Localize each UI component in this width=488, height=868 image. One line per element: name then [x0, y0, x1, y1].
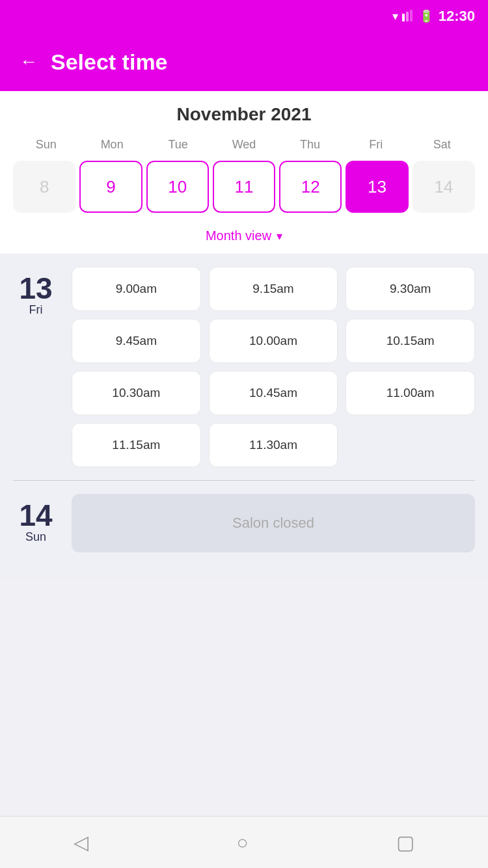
day-cell-11[interactable]: 11 [213, 161, 275, 213]
day-cell-13[interactable]: 13 [346, 161, 408, 213]
day-header-sun: Sun [13, 135, 79, 154]
svg-rect-1 [406, 12, 409, 21]
day-cell-14[interactable]: 14 [413, 161, 475, 213]
time-slot-1045am[interactable]: 10.45am [209, 371, 338, 415]
day-name-13: Fri [29, 303, 43, 317]
day-name-14: Sun [25, 530, 46, 544]
time-slot-1100am[interactable]: 11.00am [346, 371, 475, 415]
signal-icon [402, 8, 415, 25]
day-cells: 8 9 10 11 12 13 14 [13, 161, 475, 213]
month-title: November 2021 [13, 104, 475, 125]
salon-closed-label: Salon closed [232, 515, 314, 532]
day-label-14: 14 Sun [13, 494, 59, 552]
status-time: 12:30 [439, 8, 475, 25]
day-number-13: 13 [19, 273, 52, 303]
day-block-13: 13 Fri 9.00am 9.15am 9.30am 9.45am 10.00… [13, 267, 475, 467]
bottom-nav: ◁ ○ ▢ [0, 816, 488, 868]
nav-back-button[interactable]: ◁ [74, 831, 88, 854]
svg-rect-0 [402, 14, 405, 21]
back-button[interactable]: ← [20, 51, 38, 72]
chevron-down-icon: ▾ [277, 229, 282, 243]
month-view-label: Month view [206, 228, 271, 243]
nav-home-button[interactable]: ○ [236, 832, 248, 854]
wifi-icon: ▾ [392, 9, 398, 23]
day-block-14: 14 Sun Salon closed [13, 494, 475, 552]
day-cell-8[interactable]: 8 [13, 161, 75, 213]
schedule-section: 13 Fri 9.00am 9.15am 9.30am 9.45am 10.00… [0, 254, 488, 578]
time-slot-1115am[interactable]: 11.15am [72, 423, 201, 467]
time-slot-900am[interactable]: 9.00am [72, 267, 201, 311]
time-slot-1130am[interactable]: 11.30am [209, 423, 338, 467]
battery-icon: 🔋 [419, 9, 433, 23]
page-title: Select time [51, 49, 168, 75]
divider [13, 480, 475, 481]
status-bar: ▾ 🔋 12:30 [0, 0, 488, 33]
day-header-fri: Fri [343, 135, 409, 154]
time-slot-1015am[interactable]: 10.15am [346, 319, 475, 363]
status-icons: ▾ 🔋 [392, 8, 433, 25]
salon-closed-box: Salon closed [72, 494, 475, 552]
time-slots-13: 9.00am 9.15am 9.30am 9.45am 10.00am 10.1… [72, 267, 475, 467]
calendar-section: November 2021 Sun Mon Tue Wed Thu Fri Sa… [0, 91, 488, 254]
svg-rect-2 [410, 10, 413, 21]
time-slot-930am[interactable]: 9.30am [346, 267, 475, 311]
day-cell-10[interactable]: 10 [146, 161, 209, 213]
time-slot-1000am[interactable]: 10.00am [209, 319, 338, 363]
app-header: ← Select time [0, 33, 488, 91]
nav-recent-button[interactable]: ▢ [396, 831, 414, 854]
day-header-tue: Tue [145, 135, 211, 154]
day-label-13: 13 Fri [13, 267, 59, 467]
day-header-sat: Sat [409, 135, 475, 154]
day-header-mon: Mon [79, 135, 144, 154]
day-header-wed: Wed [211, 135, 277, 154]
time-slot-945am[interactable]: 9.45am [72, 319, 201, 363]
day-header-thu: Thu [277, 135, 343, 154]
time-slot-915am[interactable]: 9.15am [209, 267, 338, 311]
time-slot-1030am[interactable]: 10.30am [72, 371, 201, 415]
day-cell-12[interactable]: 12 [279, 161, 342, 213]
month-view-toggle[interactable]: Month view ▾ [13, 222, 475, 254]
day-cell-9[interactable]: 9 [79, 161, 142, 213]
day-headers: Sun Mon Tue Wed Thu Fri Sat [13, 135, 475, 154]
day-number-14: 14 [19, 500, 52, 530]
